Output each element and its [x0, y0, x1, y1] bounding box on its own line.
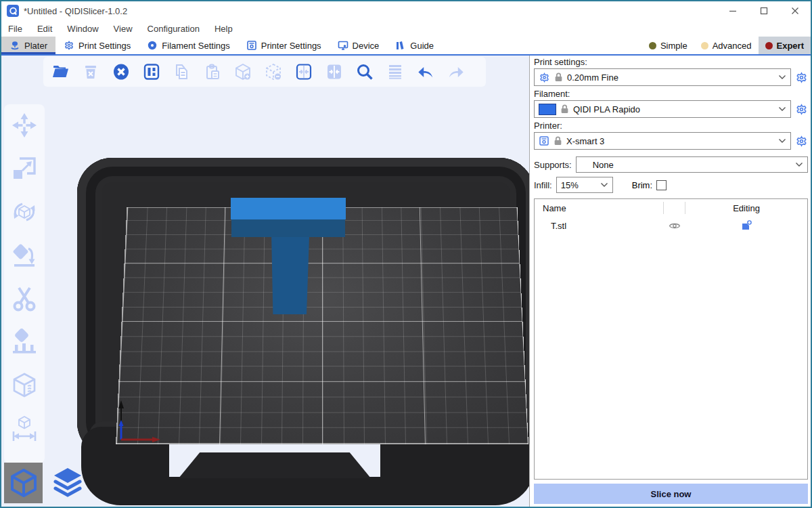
- guide-icon: [395, 40, 406, 51]
- axes-indicator-icon: [113, 398, 167, 445]
- layers-icon: [50, 465, 85, 501]
- tab-bar: Plater Print Settings Filament Settings …: [1, 37, 811, 56]
- 3d-editor-view-button[interactable]: [4, 463, 43, 503]
- remove-instance-button[interactable]: [265, 63, 282, 81]
- delete-button[interactable]: [82, 63, 99, 81]
- 3d-viewport[interactable]: [1, 56, 529, 507]
- menu-file[interactable]: File: [8, 24, 22, 34]
- undo-button[interactable]: [417, 63, 434, 81]
- infill-combo[interactable]: 15%: [556, 177, 613, 193]
- tab-plater[interactable]: Plater: [1, 37, 55, 54]
- brim-checkbox[interactable]: [656, 180, 667, 190]
- tab-label: Printer Settings: [261, 41, 321, 51]
- menu-bar: File Edit Window View Configuration Help: [1, 20, 811, 37]
- paste-button[interactable]: [204, 63, 221, 81]
- lock-icon: [554, 136, 562, 146]
- menu-help[interactable]: Help: [215, 24, 233, 34]
- build-plate-handle: [179, 452, 371, 478]
- close-button[interactable]: [780, 1, 811, 20]
- chevron-down-icon: [778, 75, 786, 80]
- cut-tool-button[interactable]: [10, 284, 39, 313]
- lock-icon: [554, 72, 563, 82]
- edit-object-button[interactable]: [685, 219, 807, 232]
- model-t-crossbar-front[interactable]: [231, 219, 345, 237]
- gear-icon: [539, 72, 550, 83]
- filament-gear-button[interactable]: [794, 102, 808, 116]
- add-instance-button[interactable]: [234, 63, 252, 81]
- delete-all-button[interactable]: [112, 63, 130, 81]
- supports-combo[interactable]: None: [576, 156, 808, 173]
- cube-icon: [8, 467, 39, 499]
- mode-simple[interactable]: Simple: [642, 37, 694, 54]
- visibility-toggle[interactable]: [664, 221, 685, 230]
- print-settings-gear-button[interactable]: [794, 70, 808, 84]
- minimize-button[interactable]: [717, 1, 748, 20]
- filament-icon: [147, 40, 158, 51]
- print-settings-value: 0.20mm Fine: [567, 72, 774, 83]
- title-bar: *Untitled - QIDISlicer-1.0.2: [1, 1, 811, 20]
- printer-label: Printer:: [534, 121, 808, 132]
- print-settings-combo[interactable]: 0.20mm Fine: [534, 68, 791, 86]
- window-controls: [717, 1, 811, 20]
- tab-device[interactable]: Device: [330, 37, 388, 54]
- rotate-tool-button[interactable]: [10, 198, 39, 226]
- menu-configuration[interactable]: Configuration: [148, 24, 200, 34]
- split-to-parts-button[interactable]: [325, 63, 343, 81]
- redo-button[interactable]: [447, 63, 465, 81]
- variable-layer-height-button[interactable]: [386, 63, 404, 81]
- arrange-button[interactable]: [143, 63, 160, 81]
- tab-print-settings[interactable]: Print Settings: [55, 37, 139, 54]
- maximize-button[interactable]: [748, 1, 780, 20]
- printer-icon: [539, 135, 549, 146]
- open-file-button[interactable]: [51, 63, 69, 81]
- measure-tool-button[interactable]: [10, 415, 39, 443]
- plater-icon: [9, 40, 20, 51]
- print-bed-grid: [116, 207, 528, 444]
- left-toolbar: [4, 104, 45, 463]
- tab-guide[interactable]: Guide: [387, 37, 442, 54]
- edit-settings-icon: [740, 219, 752, 232]
- filament-value: QIDI PLA Rapido: [573, 104, 774, 114]
- filament-combo[interactable]: QIDI PLA Rapido: [534, 100, 791, 118]
- chevron-down-icon: [778, 106, 786, 112]
- supports-value: None: [581, 160, 795, 170]
- printer-gear-button[interactable]: [794, 134, 808, 148]
- printer-icon: [246, 40, 257, 51]
- name-column-header: Name: [535, 202, 664, 214]
- copy-button[interactable]: [173, 63, 191, 81]
- move-tool-button[interactable]: [10, 111, 39, 140]
- editing-column-header: Editing: [685, 203, 807, 213]
- menu-edit[interactable]: Edit: [37, 24, 52, 34]
- menu-window[interactable]: Window: [67, 24, 98, 34]
- supports-label: Supports:: [534, 160, 572, 170]
- filament-label: Filament:: [534, 89, 808, 100]
- split-to-objects-button[interactable]: [295, 63, 313, 81]
- mode-label: Advanced: [713, 41, 752, 51]
- paint-supports-tool-button[interactable]: [10, 328, 39, 356]
- filament-color-swatch: [539, 104, 556, 115]
- model-t-crossbar-top[interactable]: [231, 198, 346, 219]
- mode-advanced[interactable]: Advanced: [694, 37, 759, 54]
- search-button[interactable]: [356, 63, 374, 81]
- slice-now-button[interactable]: Slice now: [534, 484, 808, 504]
- model-t-stem[interactable]: [271, 236, 309, 314]
- simple-dot-icon: [649, 42, 656, 49]
- tab-label: Device: [353, 41, 380, 51]
- tab-printer-settings[interactable]: Printer Settings: [238, 37, 330, 54]
- menu-view[interactable]: View: [114, 24, 133, 34]
- place-on-face-tool-button[interactable]: [10, 241, 39, 270]
- scale-tool-button[interactable]: [10, 154, 39, 183]
- mode-label: Expert: [777, 41, 804, 51]
- preview-layers-view-button[interactable]: [48, 463, 87, 503]
- chevron-down-icon: [600, 182, 608, 188]
- 3d-scene: [1, 56, 529, 507]
- advanced-dot-icon: [701, 42, 708, 49]
- mode-expert[interactable]: Expert: [759, 37, 811, 54]
- seam-painting-tool-button[interactable]: [10, 371, 39, 400]
- printer-combo[interactable]: X-smart 3: [534, 132, 791, 150]
- object-list-header: Name Editing: [535, 199, 807, 217]
- tab-filament-settings[interactable]: Filament Settings: [139, 37, 238, 54]
- object-list-row[interactable]: T.stl: [535, 217, 807, 234]
- expert-dot-icon: [765, 42, 773, 49]
- chevron-down-icon: [795, 162, 803, 167]
